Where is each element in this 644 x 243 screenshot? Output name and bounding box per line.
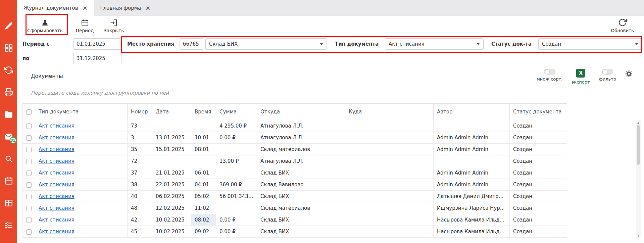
app-root: 31 Журнал документов × Главная форма × [0,0,644,243]
apps-grid-icon-glyph [4,44,13,52]
column-header[interactable]: Дата [152,104,191,120]
column-header[interactable]: Время [191,104,216,120]
vertical-scrollbar[interactable]: ▲ ▼ [636,120,641,238]
table-icon-glyph [4,199,13,207]
cell-date: 10.02.2025 [152,214,191,226]
row-checkbox[interactable] [26,194,32,199]
gear-icon[interactable] [625,70,633,79]
row-checkbox[interactable] [26,171,32,176]
row-checkbox[interactable] [26,229,32,235]
period-from-input[interactable] [73,38,121,50]
search-icon-glyph [4,154,13,163]
row-checkbox[interactable] [26,217,32,223]
row-checkbox-cell [23,202,35,214]
cell-date [152,120,191,132]
cell-number: 3 [128,132,152,144]
row-checkbox[interactable] [26,159,32,164]
select-all-checkbox[interactable] [26,109,32,115]
doc-type-label: Тип документа [335,38,379,50]
column-header[interactable]: Номер [128,104,152,120]
column-header[interactable]: Куда [345,104,434,120]
tasks-icon-glyph [4,221,13,230]
storage-code-input[interactable] [180,38,203,50]
scroll-down-icon[interactable]: ▼ [636,233,641,238]
edit-icon-glyph [4,21,13,30]
multi-sort-toggle[interactable] [544,69,555,75]
period-to-input[interactable] [73,53,121,64]
mail-badge: 31 [10,137,16,144]
tab-journal[interactable]: Журнал документов × [17,0,94,16]
scrollbar-thumb[interactable] [637,125,640,165]
column-header[interactable]: Сумма [216,104,257,120]
row-checkbox[interactable] [26,135,32,141]
cell-doc-type: Акт списания [35,226,128,238]
column-header[interactable]: Откуда [257,104,345,120]
table-row: Акт списания7213.00 ₽Атнагулова Л.Л.Созд… [23,155,567,167]
column-header[interactable]: Автор [434,104,510,120]
cell-doc-type: Акт списания [35,191,128,202]
generate-button[interactable]: Сформировать [27,19,63,33]
period-button[interactable]: Период [76,19,94,33]
cell-author: Насырова Камила Ильд... [434,226,510,238]
doc-type-link[interactable]: Акт списания [39,193,75,199]
doc-type-link[interactable]: Акт списания [39,158,75,164]
print-icon-glyph [4,88,13,97]
doc-type-link[interactable]: Акт списания [39,182,75,188]
cell-time: 11:02 [191,202,216,214]
cell-from: Склад БИХ [257,226,345,238]
cell-doc-type: Акт списания [35,202,128,214]
row-checkbox[interactable] [26,124,32,129]
cell-author: Латышев Данил Дмитри... [434,191,510,202]
cell-doc-type: Акт списания [35,155,128,167]
tab-close-icon[interactable]: × [83,5,88,11]
row-checkbox-cell [23,167,35,179]
column-header[interactable]: Статус документа [510,104,567,120]
doc-type-link[interactable]: Акт списания [39,123,75,129]
doc-type-link[interactable]: Акт списания [39,135,75,141]
tasks-icon[interactable] [4,221,13,230]
panel-title: Документы [31,73,63,79]
doc-type-select[interactable]: Акт списания [385,38,484,50]
row-checkbox[interactable] [26,206,32,211]
edit-icon[interactable] [4,21,13,30]
apps-grid-icon[interactable] [4,44,13,52]
tab-main-form[interactable]: Главная форма × [94,0,157,16]
doc-type-link[interactable]: Акт списания [39,170,75,176]
status-select[interactable]: Создан [538,38,642,50]
doc-type-link[interactable]: Акт списания [39,146,75,152]
table-icon[interactable] [4,199,13,207]
cell-sum: 13.00 ₽ [216,155,257,167]
cell-author: Admin Admin Admin [434,179,510,191]
cell-doc-type: Акт списания [35,179,128,191]
sync-icon-glyph [4,66,13,75]
doc-type-link[interactable]: Акт списания [39,229,75,235]
cell-date: 12.02.2025 [152,202,191,214]
cell-date: 13.01.2025 [152,132,191,144]
cell-status: Создан [510,120,567,132]
mail-icon[interactable]: 31 [4,132,13,141]
cell-from: Склад Вавилово [257,179,345,191]
row-checkbox[interactable] [26,182,32,188]
storage-select[interactable]: Склад БИХ [205,38,327,50]
refresh-button[interactable]: Обновить [611,18,634,33]
row-checkbox[interactable] [26,147,32,152]
close-form-button[interactable]: Закрыть [104,19,124,33]
sync-icon[interactable] [4,66,13,75]
calendar-icon[interactable] [4,177,13,185]
folder-icon[interactable] [4,110,13,119]
print-icon[interactable] [4,88,13,97]
doc-type-link[interactable]: Акт списания [39,217,75,223]
doc-type-link[interactable]: Акт списания [39,205,75,211]
search-icon[interactable] [4,154,13,163]
cell-to [345,214,434,226]
filter-toggle[interactable] [602,69,613,75]
tab-close-icon[interactable]: × [145,5,150,11]
excel-export-icon[interactable]: X [576,69,585,78]
cell-to [345,191,434,202]
cell-author: Насырова Камила Ильд... [434,214,510,226]
cell-time: 06:01 [191,167,216,179]
row-checkbox-cell [23,144,35,155]
cell-to [345,167,434,179]
scroll-up-icon[interactable]: ▲ [636,120,641,125]
column-header[interactable]: Тип документа [35,104,128,120]
